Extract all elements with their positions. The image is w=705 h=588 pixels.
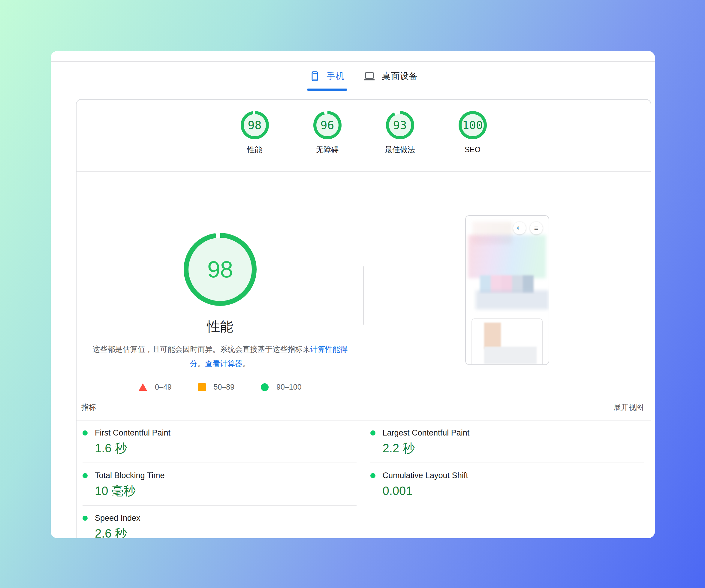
column-scroll-divider <box>363 266 364 325</box>
performance-description: 这些都是估算值，且可能会因时而异。系统会直接基于这些指标来计算性能得分。查看计算… <box>88 342 352 371</box>
screenshot-column: ☾ ≡ <box>364 172 651 394</box>
legend-label: 50–89 <box>214 383 235 392</box>
metric-name: First Contentful Paint <box>95 428 171 438</box>
metrics-left-column: First Contentful Paint 1.6 秒 Total Block… <box>83 420 357 538</box>
thumbnail-card-image <box>484 323 501 349</box>
performance-section: 98 性能 这些都是估算值，且可能会因时而异。系统会直接基于这些指标来计算性能得… <box>77 172 651 394</box>
metric-status-dot <box>370 473 375 478</box>
gauge-ring: 93 <box>386 111 414 139</box>
metric-value: 2.2 秒 <box>383 442 644 455</box>
metrics-right-column: Largest Contentful Paint 2.2 秒 Cumulativ… <box>370 420 644 538</box>
metric-value: 10 毫秒 <box>95 484 357 497</box>
metric-name: Total Blocking Time <box>95 470 165 481</box>
expand-view-button[interactable]: 展开视图 <box>613 402 644 412</box>
description-separator: 。 <box>197 359 205 368</box>
gauge-label: 性能 <box>247 145 262 154</box>
gauge-score: 100 <box>462 119 483 132</box>
gauge-ring: 96 <box>313 111 341 139</box>
device-tabs: 手机 桌面设备 <box>76 70 651 83</box>
metric-name: Largest Contentful Paint <box>383 428 470 438</box>
category-scores: 98 性能 96 无障碍 93 最佳做法 <box>77 100 651 171</box>
legend-item-fail: 0–49 <box>139 383 172 392</box>
tab-mobile[interactable]: 手机 <box>310 70 345 83</box>
gauge-ring: 100 <box>459 111 487 139</box>
gauge-performance[interactable]: 98 性能 <box>233 111 277 154</box>
legend-item-average: 50–89 <box>198 383 235 392</box>
legend-item-pass: 90–100 <box>261 383 301 392</box>
performance-score: 98 <box>207 256 233 283</box>
tab-desktop-label: 桌面设备 <box>382 70 418 82</box>
metric-first-contentful-paint: First Contentful Paint 1.6 秒 <box>83 420 357 463</box>
metric-status-dot <box>83 473 88 478</box>
link-view-calculator[interactable]: 查看计算器 <box>205 359 242 368</box>
page-screenshot-thumbnail[interactable]: ☾ ≡ <box>465 215 549 365</box>
performance-gauge-column: 98 性能 这些都是估算值，且可能会因时而异。系统会直接基于这些指标来计算性能得… <box>77 172 364 394</box>
pagespeed-background: 手机 桌面设备 98 <box>0 0 705 588</box>
thumbnail-hero-art <box>468 235 546 278</box>
menu-icon: ≡ <box>530 222 543 234</box>
metric-status-dot <box>370 431 375 436</box>
metric-cumulative-layout-shift: Cumulative Layout Shift 0.001 <box>370 463 644 505</box>
moon-icon: ☾ <box>513 222 526 234</box>
metric-value: 2.6 秒 <box>95 527 357 538</box>
red-triangle-icon <box>139 383 147 391</box>
legend-label: 90–100 <box>276 383 301 392</box>
metric-value: 0.001 <box>383 484 644 497</box>
gauge-label: 最佳做法 <box>385 145 415 154</box>
description-text: 这些都是估算值，且可能会因时而异。系统会直接基于这些指标来 <box>92 345 310 353</box>
gauge-score: 96 <box>321 119 334 132</box>
tab-mobile-label: 手机 <box>327 70 345 82</box>
performance-title: 性能 <box>207 320 233 333</box>
card-header-strip <box>51 51 655 62</box>
metric-speed-index: Speed Index 2.6 秒 <box>83 506 357 538</box>
gauge-label: 无障碍 <box>316 145 338 154</box>
metrics-grid: First Contentful Paint 1.6 秒 Total Block… <box>77 420 651 538</box>
report-card: 手机 桌面设备 98 <box>51 51 655 538</box>
metric-largest-contentful-paint: Largest Contentful Paint 2.2 秒 <box>370 420 644 463</box>
gauge-label: SEO <box>465 145 480 154</box>
gauge-accessibility[interactable]: 96 无障碍 <box>306 111 349 154</box>
thumbnail-product-card <box>471 318 543 365</box>
metrics-title: 指标 <box>81 402 96 412</box>
metric-value: 1.6 秒 <box>95 442 357 455</box>
description-end: 。 <box>242 359 250 368</box>
metrics-header: 指标 展开视图 <box>77 394 651 420</box>
metric-name: Cumulative Layout Shift <box>383 470 468 481</box>
laptop-icon <box>364 71 375 82</box>
gauge-score: 93 <box>393 119 407 132</box>
legend-label: 0–49 <box>155 383 172 392</box>
phone-icon <box>310 71 320 82</box>
green-circle-icon <box>261 383 269 391</box>
metric-status-dot <box>83 516 88 521</box>
metric-name: Speed Index <box>95 513 140 523</box>
metric-total-blocking-time: Total Blocking Time 10 毫秒 <box>83 463 357 506</box>
performance-big-gauge: 98 <box>184 233 256 306</box>
thumbnail-band-art <box>476 290 549 310</box>
gauge-ring: 98 <box>241 111 269 139</box>
orange-square-icon <box>198 383 206 391</box>
score-legend: 0–49 50–89 90–100 <box>139 383 301 392</box>
gauge-score: 98 <box>248 119 262 132</box>
metric-status-dot <box>83 431 88 436</box>
thumbnail-card-base <box>484 347 536 364</box>
gauge-best-practices[interactable]: 93 最佳做法 <box>378 111 422 154</box>
tab-desktop[interactable]: 桌面设备 <box>364 70 418 83</box>
gauge-seo[interactable]: 100 SEO <box>451 111 495 154</box>
lighthouse-report: 98 性能 96 无障碍 93 最佳做法 <box>76 99 651 538</box>
